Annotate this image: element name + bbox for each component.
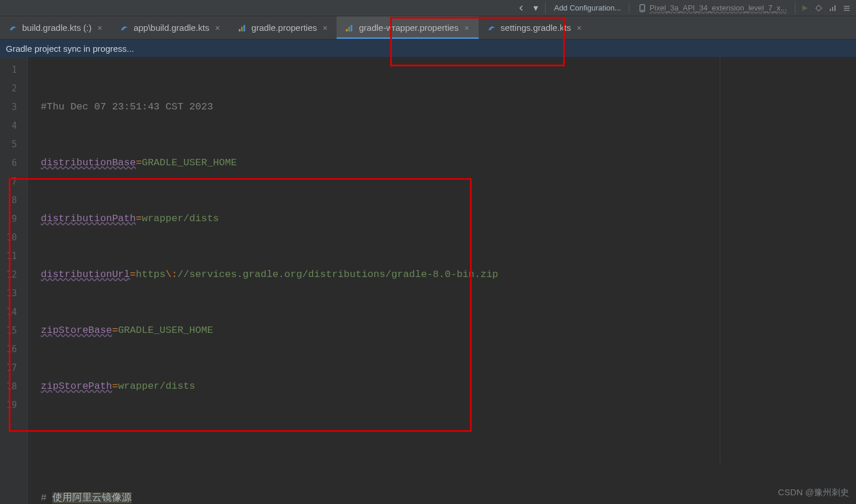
profile-icon[interactable] <box>828 3 837 13</box>
add-configuration-button[interactable]: Add Configuration... <box>550 2 624 13</box>
tab-label: build.gradle.kts (:) <box>22 23 91 33</box>
equals: = <box>112 325 118 336</box>
tab-build-gradle-root[interactable]: build.gradle.kts (:) × <box>0 16 111 39</box>
tab-label: settings.gradle.kts <box>501 23 571 33</box>
gradle-icon <box>8 23 17 33</box>
debug-icon[interactable] <box>814 3 823 13</box>
svg-rect-5 <box>834 5 836 11</box>
svg-point-9 <box>15 26 16 27</box>
device-label: Pixel_3a_API_34_extension_level_7_x... <box>649 3 787 12</box>
close-icon[interactable]: × <box>214 23 221 33</box>
equals: = <box>112 381 118 392</box>
device-icon <box>638 3 647 13</box>
svg-point-17 <box>493 26 494 27</box>
close-icon[interactable]: × <box>463 23 470 33</box>
editor[interactable]: 12345678910111213141516171819 #Thu Dec 0… <box>0 57 856 504</box>
prop-key: distributionBase <box>41 157 136 168</box>
tab-app-build-gradle[interactable]: app\build.gradle.kts × <box>111 16 229 39</box>
prop-value: GRADLE_USER_HOME <box>142 157 236 168</box>
svg-rect-1 <box>641 10 643 10</box>
prop-key: distributionUrl <box>41 269 130 280</box>
tab-label: gradle.properties <box>252 23 317 33</box>
add-configuration-label: Add Configuration... <box>554 3 621 12</box>
prop-value: GRADLE_USER_HOME <box>118 325 213 336</box>
code-content[interactable]: #Thu Dec 07 23:51:43 CST 2023 distributi… <box>28 57 856 504</box>
svg-rect-13 <box>243 25 245 31</box>
code-comment: #Thu Dec 07 23:51:43 CST 2023 <box>41 101 213 112</box>
svg-rect-3 <box>830 9 831 11</box>
tab-gradle-wrapper-properties[interactable]: gradle-wrapper.properties × <box>337 16 478 39</box>
equals: = <box>136 157 142 168</box>
tab-label: app\build.gradle.kts <box>133 23 209 33</box>
escape: \: <box>165 269 177 280</box>
run-icon[interactable] <box>800 3 809 13</box>
close-icon[interactable]: × <box>575 23 582 33</box>
code-comment-highlight: 使用阿里云镜像源 <box>52 492 132 503</box>
properties-icon <box>238 23 247 33</box>
svg-point-2 <box>816 6 821 10</box>
svg-rect-15 <box>348 27 350 31</box>
back-icon[interactable] <box>517 3 526 13</box>
editor-right-margin <box>720 57 720 464</box>
top-toolbar: ▾ Add Configuration... Pixel_3a_API_34_e… <box>0 0 856 16</box>
editor-tabs: build.gradle.kts (:) × app\build.gradle.… <box>0 16 856 40</box>
more-icon[interactable] <box>842 3 851 13</box>
separator <box>629 3 629 13</box>
prop-value: wrapper/dists <box>118 381 196 392</box>
separator <box>795 3 795 13</box>
svg-rect-14 <box>346 29 348 31</box>
gradle-icon <box>119 23 129 33</box>
svg-rect-7 <box>844 8 850 9</box>
prop-value: https <box>136 269 165 280</box>
svg-rect-11 <box>239 29 240 31</box>
svg-point-10 <box>126 26 127 27</box>
svg-rect-4 <box>832 7 833 11</box>
svg-rect-16 <box>351 25 352 31</box>
equals: = <box>136 213 142 224</box>
tab-gradle-properties[interactable]: gradle.properties × <box>229 16 337 39</box>
prop-key: zipStorePath <box>41 381 112 392</box>
svg-rect-0 <box>640 5 645 12</box>
gradle-icon <box>487 23 496 33</box>
prop-value: wrapper/dists <box>142 213 219 224</box>
svg-rect-6 <box>844 6 850 7</box>
tab-settings-gradle[interactable]: settings.gradle.kts × <box>479 16 591 39</box>
device-selector[interactable]: Pixel_3a_API_34_extension_level_7_x... <box>634 2 790 14</box>
prop-key: distributionPath <box>41 213 136 224</box>
line-gutter: 12345678910111213141516171819 <box>0 57 28 504</box>
equals: = <box>130 269 136 280</box>
prop-key: zipStoreBase <box>41 325 112 336</box>
separator <box>545 3 546 13</box>
dropdown-arrow-icon[interactable]: ▾ <box>531 3 540 13</box>
code-comment: # <box>41 492 52 503</box>
svg-rect-8 <box>844 10 850 11</box>
close-icon[interactable]: × <box>321 23 328 33</box>
close-icon[interactable]: × <box>96 23 103 33</box>
properties-icon <box>345 23 354 33</box>
csdn-watermark: CSDN @豫州刺史 <box>778 487 849 498</box>
sync-status-label: Gradle project sync in progress... <box>6 44 134 54</box>
svg-rect-12 <box>241 27 243 31</box>
prop-value: //services.gradle.org/distributions/grad… <box>178 269 498 280</box>
sync-status-bar: Gradle project sync in progress... <box>0 40 856 57</box>
tab-label: gradle-wrapper.properties <box>359 23 458 33</box>
